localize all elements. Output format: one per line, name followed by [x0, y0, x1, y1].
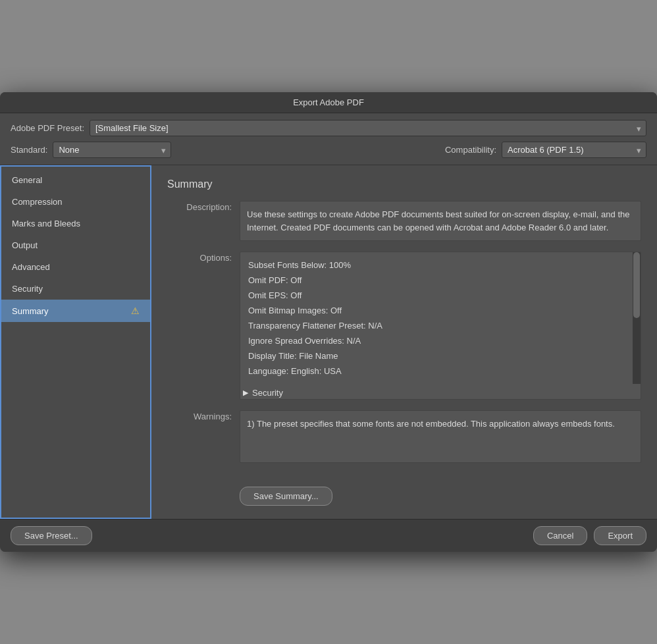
warning-icon: ⚠ — [131, 306, 140, 316]
top-controls: Adobe PDF Preset: [Smallest File Size] S… — [0, 113, 657, 165]
security-toggle[interactable]: ▶ Security — [240, 384, 641, 399]
sidebar-item-marks-and-bleeds[interactable]: Marks and Bleeds — [1, 213, 150, 234]
sidebar-item-marks-and-bleeds-label: Marks and Bleeds — [12, 219, 80, 228]
description-label: Description: — [167, 201, 240, 241]
save-summary-button[interactable]: Save Summary... — [240, 487, 332, 506]
sidebar-item-advanced[interactable]: Advanced — [1, 256, 150, 278]
standard-group: Standard: None NonePDF/X-1a:2001PDF/X-3:… — [11, 142, 171, 158]
option-item: Display Title: File Name — [248, 348, 625, 363]
dialog-title: Export Adobe PDF — [293, 97, 364, 107]
content-area: Summary Description: Use these settings … — [151, 165, 657, 519]
sidebar-item-compression[interactable]: Compression — [1, 191, 150, 213]
sidebar-item-general[interactable]: General — [1, 169, 150, 191]
security-toggle-label: Security — [252, 388, 283, 398]
option-item: Omit PDF: Off — [248, 273, 625, 288]
compatibility-select-wrapper: Acrobat 6 (PDF 1.5) Acrobat 4 (PDF 1.3)A… — [502, 142, 646, 158]
main-content: General Compression Marks and Bleeds Out… — [0, 165, 657, 519]
export-button[interactable]: Export — [594, 526, 646, 545]
standard-label: Standard: — [11, 145, 47, 155]
sidebar-item-summary-label: Summary — [12, 306, 49, 316]
options-box: Subset Fonts Below: 100%Omit PDF: OffOmi… — [240, 252, 641, 400]
sidebar-item-compression-label: Compression — [12, 197, 63, 207]
scroll-thumb — [633, 252, 640, 318]
preset-select-wrapper: [Smallest File Size] — [90, 120, 646, 136]
sidebar-item-advanced-label: Advanced — [12, 262, 50, 272]
save-preset-button[interactable]: Save Preset... — [11, 526, 92, 545]
preset-label: Adobe PDF Preset: — [11, 123, 84, 133]
option-item: Omit EPS: Off — [248, 288, 625, 303]
chevron-right-icon: ▶ — [243, 389, 248, 397]
section-title: Summary — [167, 178, 641, 190]
options-label: Options: — [167, 252, 240, 400]
cancel-button[interactable]: Cancel — [533, 526, 587, 545]
preset-select[interactable]: [Smallest File Size] — [90, 120, 646, 136]
export-pdf-dialog: Export Adobe PDF Adobe PDF Preset: [Smal… — [0, 92, 657, 552]
bottom-bar: Save Preset... Cancel Export — [0, 519, 657, 552]
standard-select[interactable]: None NonePDF/X-1a:2001PDF/X-3:2002PDF/X-… — [53, 142, 171, 158]
std-compat-row: Standard: None NonePDF/X-1a:2001PDF/X-3:… — [11, 142, 646, 158]
warnings-label: Warnings: — [167, 410, 240, 463]
description-box: Use these settings to create Adobe PDF d… — [240, 201, 641, 241]
preset-row: Adobe PDF Preset: [Smallest File Size] — [11, 120, 646, 136]
sidebar: General Compression Marks and Bleeds Out… — [0, 165, 151, 519]
sidebar-item-general-label: General — [12, 175, 42, 185]
options-row: Options: Subset Fonts Below: 100%Omit PD… — [167, 252, 641, 400]
option-item: Omit Bitmap Images: Off — [248, 303, 625, 318]
compatibility-group: Compatibility: Acrobat 6 (PDF 1.5) Acrob… — [445, 142, 646, 158]
warnings-row: Warnings: 1) The preset specifies that s… — [167, 410, 641, 463]
compatibility-label: Compatibility: — [445, 145, 496, 155]
scroll-bar[interactable] — [633, 252, 641, 384]
option-item: Language: English: USA — [248, 363, 625, 379]
option-item: Transparency Flattener Preset: N/A — [248, 318, 625, 333]
bottom-right-buttons: Cancel Export — [533, 526, 646, 545]
option-item: Subset Fonts Below: 100% — [248, 257, 625, 273]
description-row: Description: Use these settings to creat… — [167, 201, 641, 241]
warnings-box: 1) The preset specifies that some fonts … — [240, 410, 641, 463]
compatibility-select[interactable]: Acrobat 6 (PDF 1.5) Acrobat 4 (PDF 1.3)A… — [502, 142, 646, 158]
sidebar-item-security[interactable]: Security — [1, 278, 150, 300]
sidebar-item-output-label: Output — [12, 240, 38, 250]
option-item: Ignore Spread Overrides: N/A — [248, 333, 625, 348]
sidebar-item-security-label: Security — [12, 284, 43, 294]
title-bar: Export Adobe PDF — [0, 92, 657, 113]
sidebar-item-summary[interactable]: Summary ⚠ — [1, 300, 150, 322]
options-scrollable: Subset Fonts Below: 100%Omit PDF: OffOmi… — [240, 252, 641, 384]
options-list: Subset Fonts Below: 100%Omit PDF: OffOmi… — [240, 252, 633, 384]
sidebar-item-output[interactable]: Output — [1, 234, 150, 256]
standard-select-wrapper: None NonePDF/X-1a:2001PDF/X-3:2002PDF/X-… — [53, 142, 171, 158]
